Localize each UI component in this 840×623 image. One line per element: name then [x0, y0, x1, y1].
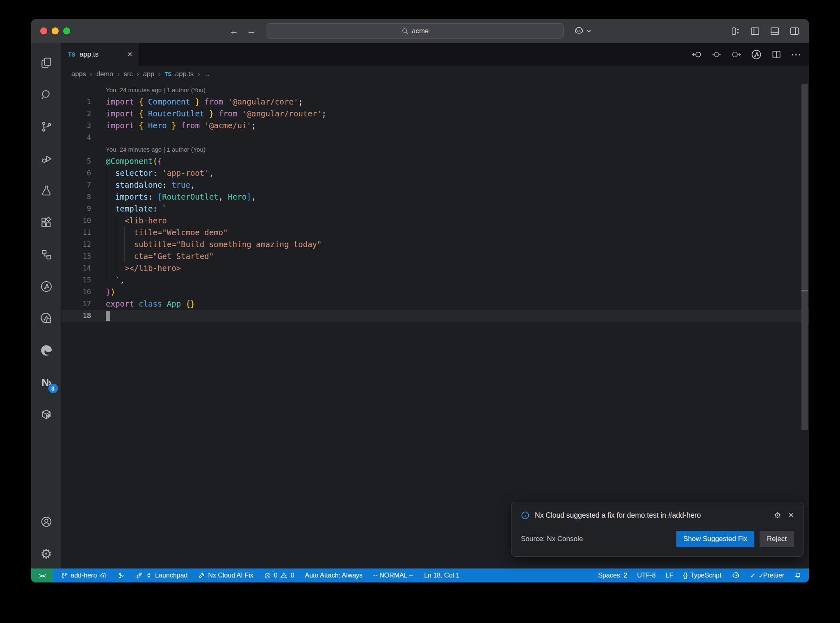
- code-line: }): [106, 286, 809, 298]
- code-line: [106, 132, 809, 143]
- chevron-down-icon: [587, 30, 591, 33]
- remote-indicator[interactable]: ><: [31, 568, 53, 582]
- zoom-window-button[interactable]: [63, 27, 70, 34]
- history-forward-icon[interactable]: →: [247, 26, 256, 36]
- line-number: 14: [62, 262, 91, 274]
- hierarchy-icon[interactable]: [37, 244, 56, 265]
- launchpad-item[interactable]: Launchpad: [135, 572, 187, 579]
- codelens-row: You, 24 minutes ago | 1 author (You): [62, 143, 809, 155]
- breadcrumb-symbol[interactable]: ...: [204, 70, 210, 78]
- nx-graph-icon[interactable]: [37, 276, 56, 297]
- scrollbar[interactable]: [801, 82, 808, 568]
- nav-position-icon[interactable]: [711, 49, 722, 60]
- split-editor-icon[interactable]: [771, 49, 782, 60]
- code-line: import { Component } from '@angular/core…: [106, 96, 809, 108]
- code-line: export class App {}: [106, 298, 809, 310]
- settings-gear-icon[interactable]: ⚙: [37, 543, 56, 564]
- code-row: 14 ></lib-hero>: [62, 262, 809, 274]
- git-graph-item[interactable]: [118, 572, 125, 579]
- cursor-position-item[interactable]: Ln 18, Col 1: [424, 572, 459, 579]
- auto-attach-item[interactable]: Auto Attach: Always: [305, 572, 363, 579]
- history-back-icon[interactable]: ←: [229, 26, 238, 36]
- toggle-secondary-sidebar-icon[interactable]: [789, 26, 800, 36]
- testing-icon[interactable]: [37, 180, 56, 201]
- indentation-item[interactable]: Spaces: 2: [598, 572, 627, 579]
- code-row: 16}): [62, 286, 809, 298]
- nx-console-icon[interactable]: N› 3: [37, 372, 56, 393]
- code-line: import { RouterOutlet } from '@angular/r…: [106, 108, 809, 120]
- code-row: 18: [62, 310, 809, 322]
- code-line: <lib-hero: [106, 215, 809, 227]
- code-row: 2import { RouterOutlet } from '@angular/…: [62, 108, 809, 120]
- nx-run-icon[interactable]: [751, 49, 762, 60]
- notification-toast: Nx Cloud suggested a fix for demo:test i…: [511, 502, 803, 557]
- search-input[interactable]: acme: [267, 23, 564, 39]
- copilot-menu-button[interactable]: [573, 25, 591, 36]
- vim-mode-item[interactable]: -- NORMAL --: [373, 572, 413, 579]
- code-row: 17export class App {}: [62, 298, 809, 310]
- nx-graph-search-icon[interactable]: [37, 308, 56, 329]
- breadcrumb-src[interactable]: src: [123, 70, 132, 78]
- extensions-icon[interactable]: [37, 212, 56, 233]
- accounts-icon[interactable]: [37, 511, 56, 532]
- breadcrumb-apps[interactable]: apps: [71, 70, 86, 78]
- prettier-item[interactable]: ✓ ✓ Prettier: [750, 572, 784, 580]
- code-row: 8 imports: [RouterOutlet, Hero],: [62, 191, 809, 203]
- git-graph-icon: [118, 572, 125, 579]
- tab-app-ts[interactable]: TS app.ts ✕: [62, 43, 139, 66]
- scrollbar-slider[interactable]: [801, 84, 808, 430]
- tab-close-icon[interactable]: ✕: [127, 50, 132, 58]
- run-and-debug-icon[interactable]: [37, 148, 56, 169]
- line-number: 10: [62, 215, 91, 227]
- notification-title: Nx Cloud suggested a fix for demo:test i…: [535, 511, 769, 520]
- eol-item[interactable]: LF: [666, 572, 673, 579]
- toggle-panel-icon[interactable]: [769, 26, 780, 36]
- code-row: 6 selector: 'app-root',: [62, 167, 809, 179]
- code-row: 12 subtitle="Build something amazing tod…: [62, 239, 809, 250]
- line-number: 15: [62, 274, 91, 286]
- git-branch-item[interactable]: add-hero: [61, 572, 107, 579]
- code-row: 3import { Hero } from '@acme/ui';: [62, 120, 809, 132]
- search-view-icon[interactable]: [37, 84, 56, 105]
- title-bar: ← → acme: [31, 19, 809, 43]
- customize-layout-icon[interactable]: [730, 26, 741, 36]
- containers-icon[interactable]: [37, 404, 56, 425]
- minimize-window-button[interactable]: [52, 27, 59, 34]
- edge-browser-icon[interactable]: [37, 340, 56, 361]
- language-item[interactable]: {} TypeScript: [683, 572, 721, 579]
- code-line: import { Hero } from '@acme/ui';: [106, 120, 809, 132]
- show-suggested-fix-button[interactable]: Show Suggested Fix: [676, 531, 754, 547]
- explorer-icon[interactable]: [37, 52, 56, 73]
- problems-item[interactable]: 0 0: [264, 572, 294, 579]
- nx-cloud-ai-fix-item[interactable]: Nx Cloud AI Fix: [198, 572, 253, 579]
- scrollbar-cursor-mark: [801, 290, 808, 291]
- code-line: `,: [106, 274, 809, 286]
- code-editor[interactable]: You, 24 minutes ago | 1 author (You)1imp…: [62, 82, 809, 568]
- breadcrumb-file[interactable]: app.ts: [175, 70, 194, 78]
- code-line: title="Welcmoe demo": [106, 227, 809, 239]
- notifications-bell-item[interactable]: [794, 572, 801, 579]
- reject-button[interactable]: Reject: [760, 531, 794, 547]
- source-control-icon[interactable]: [37, 116, 56, 137]
- code-row: 5@Component({: [62, 155, 809, 167]
- toggle-primary-sidebar-icon[interactable]: [750, 26, 760, 36]
- line-number: 4: [62, 132, 91, 143]
- wrench-icon: [198, 572, 205, 579]
- typescript-file-icon: TS: [68, 51, 75, 58]
- nav-back-icon[interactable]: [692, 49, 702, 60]
- line-number: 17: [62, 298, 91, 310]
- nav-forward-icon[interactable]: [731, 49, 742, 60]
- close-window-button[interactable]: [40, 27, 47, 34]
- breadcrumb-app[interactable]: app: [143, 70, 155, 78]
- encoding-item[interactable]: UTF-8: [637, 572, 655, 579]
- breadcrumb-demo[interactable]: demo: [96, 70, 113, 78]
- notification-settings-icon[interactable]: ⚙: [774, 510, 781, 520]
- code-line: imports: [RouterOutlet, Hero],: [106, 191, 809, 203]
- check-icon: ✓: [750, 572, 756, 580]
- copilot-status-item[interactable]: [731, 571, 740, 580]
- code-row: 10 <lib-hero: [62, 215, 809, 227]
- line-number: 3: [62, 120, 91, 132]
- notification-close-icon[interactable]: ✕: [788, 511, 794, 519]
- nx-badge: 3: [48, 384, 58, 393]
- code-row: 1import { Component } from '@angular/cor…: [62, 96, 809, 108]
